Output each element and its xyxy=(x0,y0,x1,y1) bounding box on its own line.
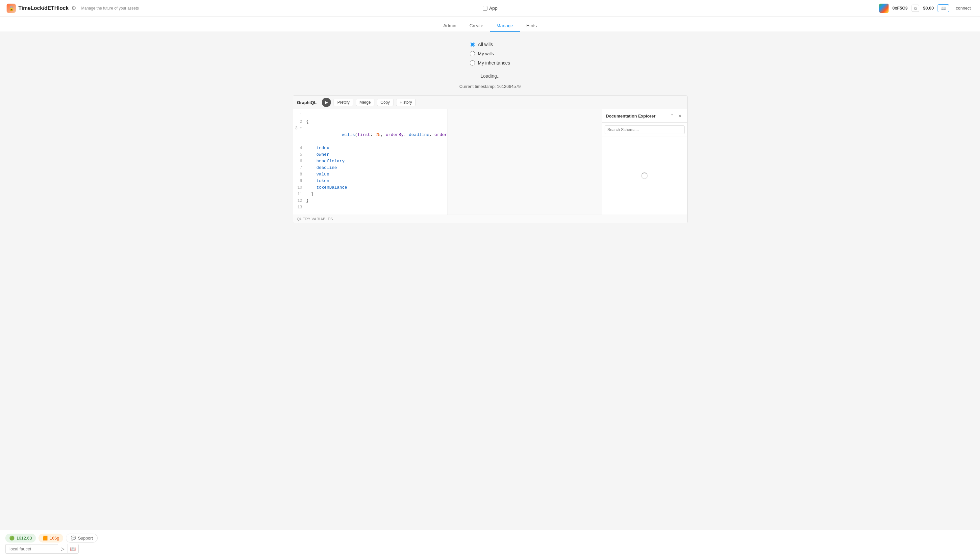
logo-icon: 🔒 xyxy=(6,3,16,13)
doc-explorer-header: Documentation Explorer ⌃ ✕ xyxy=(602,109,687,123)
radio-my-inheritances-label: My inheritances xyxy=(478,60,510,65)
bottom-bar: 🟢 1612.63 🟧 166g 💬 Support ▷ 📖 xyxy=(0,530,980,557)
doc-close-button[interactable]: ✕ xyxy=(677,112,683,119)
code-line-4: 4 index xyxy=(293,145,448,151)
wallet-address: 0xF5C3 xyxy=(892,6,908,11)
code-line-6: 6 beneficiary xyxy=(293,158,448,164)
app-checkbox[interactable] xyxy=(483,6,487,11)
code-line-3: 3 • wills(first: 25, orderBy: deadline, … xyxy=(293,125,448,145)
app-subtitle: Manage the future of your assets xyxy=(81,6,139,11)
merge-button[interactable]: Merge xyxy=(356,99,374,106)
settings-icon: ⚙ xyxy=(71,5,76,11)
app-checkbox-label: App xyxy=(489,6,497,11)
support-label: Support xyxy=(78,536,93,541)
radio-my-wills-input[interactable] xyxy=(470,51,475,56)
radio-my-wills-label: My wills xyxy=(478,51,494,56)
code-line-9: 9 token xyxy=(293,178,448,184)
stat-balance: 🟢 1612.63 xyxy=(5,534,36,542)
radio-all-wills-label: All wills xyxy=(478,42,493,47)
copy-address-button[interactable]: ⧉ xyxy=(912,5,919,12)
doc-collapse-button[interactable]: ⌃ xyxy=(669,112,675,119)
doc-header-icons: ⌃ ✕ xyxy=(669,112,683,119)
bottom-left: 🟢 1612.63 🟧 166g 💬 Support ▷ 📖 xyxy=(5,534,98,554)
faucet-input[interactable] xyxy=(5,544,58,554)
tab-admin[interactable]: Admin xyxy=(436,20,463,32)
radio-my-wills[interactable]: My wills xyxy=(470,51,510,56)
support-button[interactable]: 💬 Support xyxy=(66,534,98,542)
code-line-13: 13 xyxy=(293,204,448,211)
query-variables-section[interactable]: QUERY VARIABLES xyxy=(293,215,687,223)
book-icon-button[interactable]: 📖 xyxy=(938,4,949,12)
code-line-7: 7 deadline xyxy=(293,164,448,171)
graphiql-editor[interactable]: 1 2 { 3 • wills(first: 25, orderBy: dead… xyxy=(293,109,448,215)
copy-button[interactable]: Copy xyxy=(377,99,393,106)
code-line-1: 1 xyxy=(293,112,448,119)
faucet-send-button[interactable]: ▷ xyxy=(58,544,67,554)
main-content: All wills My wills My inheritances Loadi… xyxy=(0,32,980,230)
stat-gas-value: 166g xyxy=(50,536,59,541)
timestamp-bar: Current timestamp: 1612664579 xyxy=(459,84,521,89)
app-title: TimeLock/dETHlock xyxy=(18,5,69,11)
query-variables-label: QUERY VARIABLES xyxy=(297,217,333,221)
connect-button[interactable]: connect xyxy=(953,4,974,12)
code-line-11: 11 } xyxy=(293,191,448,197)
code-line-5: 5 owner xyxy=(293,151,448,158)
run-query-button[interactable]: ▶ xyxy=(322,98,331,107)
radio-all-wills-input[interactable] xyxy=(470,42,475,47)
tab-manage[interactable]: Manage xyxy=(490,20,520,32)
bottom-stats-row: 🟢 1612.63 🟧 166g 💬 Support xyxy=(5,534,98,542)
code-line-8: 8 value xyxy=(293,171,448,178)
stat-balance-icon: 🟢 xyxy=(9,536,15,541)
logo-area: 🔒 TimeLock/dETHlock ⚙ Manage the future … xyxy=(6,3,139,13)
faucet-book-button[interactable]: 📖 xyxy=(67,544,79,554)
graphiql-result xyxy=(448,109,602,215)
balance-display: $0.00 xyxy=(923,6,934,11)
radio-my-inheritances[interactable]: My inheritances xyxy=(470,60,510,65)
nav-tabs: Admin Create Manage Hints xyxy=(0,16,980,32)
stat-gas: 🟧 166g xyxy=(39,534,63,542)
code-line-2: 2 { xyxy=(293,119,448,125)
faucet-area: ▷ 📖 xyxy=(5,544,98,554)
doc-explorer-panel: Documentation Explorer ⌃ ✕ xyxy=(602,109,687,215)
stat-gas-icon: 🟧 xyxy=(42,536,48,541)
code-line-10: 10 tokenBalance xyxy=(293,184,448,191)
radio-my-inheritances-input[interactable] xyxy=(470,60,475,65)
topbar: 🔒 TimeLock/dETHlock ⚙ Manage the future … xyxy=(0,0,980,16)
doc-search-input[interactable] xyxy=(605,125,685,134)
timestamp-label: Current timestamp: xyxy=(459,84,496,89)
doc-explorer-title: Documentation Explorer xyxy=(606,114,655,119)
loading-indicator: Loading.. xyxy=(480,73,500,79)
code-line-12: 12 } xyxy=(293,197,448,204)
topbar-right: 0xF5C3 ⧉ $0.00 📖 connect xyxy=(879,3,974,13)
prettify-button[interactable]: Prettify xyxy=(334,99,353,106)
graphiql-toolbar: GraphiQL ▶ Prettify Merge Copy History xyxy=(293,96,687,109)
wallet-avatar xyxy=(879,3,889,13)
support-icon: 💬 xyxy=(71,536,76,541)
tab-create[interactable]: Create xyxy=(463,20,490,32)
radio-all-wills[interactable]: All wills xyxy=(470,42,510,47)
graphiql-panel: GraphiQL ▶ Prettify Merge Copy History 1… xyxy=(293,96,688,223)
timestamp-value: 1612664579 xyxy=(497,84,521,89)
doc-explorer-body xyxy=(602,137,687,215)
doc-loading-spinner xyxy=(641,173,648,179)
graphiql-body: 1 2 { 3 • wills(first: 25, orderBy: dead… xyxy=(293,109,687,215)
doc-search-area xyxy=(602,123,687,137)
history-button[interactable]: History xyxy=(396,99,415,106)
tab-hints[interactable]: Hints xyxy=(520,20,544,32)
graphiql-title: GraphiQL xyxy=(297,100,317,105)
stat-balance-value: 1612.63 xyxy=(16,536,32,541)
filter-radio-group: All wills My wills My inheritances xyxy=(470,42,510,65)
